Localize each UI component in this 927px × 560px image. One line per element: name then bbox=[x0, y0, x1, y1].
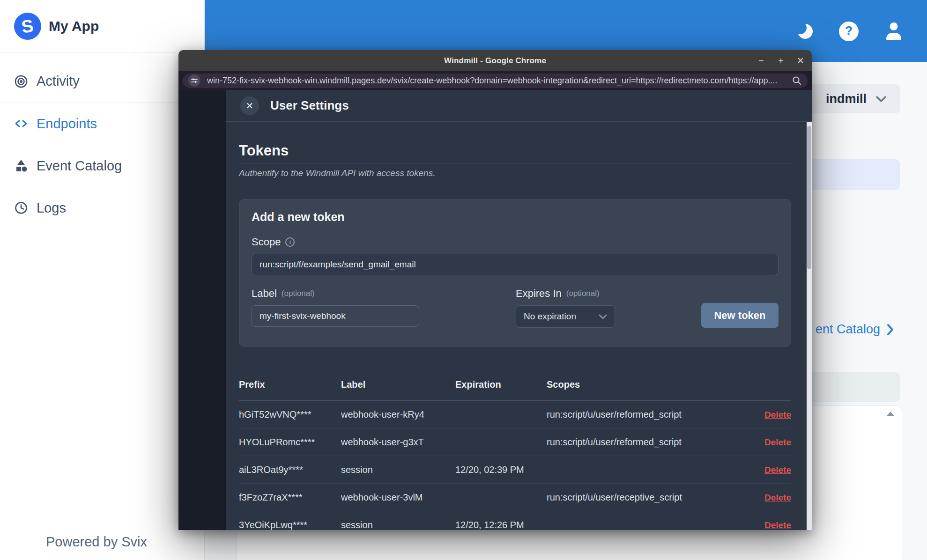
table-row: 3YeOiKpLwq**** session 12/20, 12:26 PM D… bbox=[239, 511, 791, 530]
chrome-window: Windmill - Google Chrome − + ✕ win-752-f… bbox=[178, 50, 812, 530]
sidebar-item-label: Endpoints bbox=[37, 116, 97, 132]
sidebar-item-label: Logs bbox=[37, 200, 66, 216]
window-maximize-button[interactable]: + bbox=[776, 56, 786, 66]
token-prefix: HYOLuPRomc**** bbox=[239, 437, 341, 448]
modal-scrollbar[interactable] bbox=[807, 122, 812, 530]
label-input[interactable] bbox=[252, 305, 419, 327]
token-label: session bbox=[341, 520, 455, 531]
scroll-up-arrow-icon[interactable] bbox=[887, 412, 894, 416]
address-bar[interactable]: win-752-fix-svix-webhook-win.windmill.pa… bbox=[183, 74, 808, 88]
event-catalog-shapes-icon bbox=[13, 158, 29, 174]
chevron-down-icon bbox=[876, 96, 886, 102]
dark-mode-moon-icon[interactable] bbox=[798, 24, 813, 39]
modal-header: ✕ User Settings bbox=[226, 90, 812, 122]
windmill-sidebar-strip bbox=[178, 90, 226, 530]
expiration-selected-value: No expiration bbox=[524, 311, 576, 322]
logs-history-icon bbox=[13, 200, 29, 216]
event-catalog-link[interactable]: ent Catalog bbox=[816, 322, 894, 337]
table-row: f3FzoZ7raX**** webhook-user-3vlM run:scr… bbox=[239, 484, 791, 511]
sidebar-item-endpoints[interactable]: Endpoints bbox=[0, 103, 204, 145]
table-row: hGiT52wVNQ**** webhook-user-kRy4 run:scr… bbox=[239, 401, 791, 428]
scrollbar-thumb[interactable] bbox=[807, 126, 811, 269]
chrome-titlebar[interactable]: Windmill - Google Chrome − + ✕ bbox=[178, 50, 812, 71]
delete-token-link[interactable]: Delete bbox=[764, 410, 791, 420]
workspace-dropdown-label: indmill bbox=[826, 92, 867, 106]
zoom-search-icon[interactable] bbox=[792, 75, 802, 86]
token-prefix: aiL3ROat9y**** bbox=[239, 464, 341, 475]
tune-icon[interactable] bbox=[188, 74, 200, 87]
user-settings-modal: ✕ User Settings Tokens Authentify to the… bbox=[226, 90, 812, 530]
info-icon[interactable]: i bbox=[285, 237, 295, 247]
user-profile-icon[interactable] bbox=[885, 22, 903, 40]
sidebar-nav: Activity Endpoints Event Catalog bbox=[0, 53, 204, 229]
tokens-subtitle: Authentify to the Windmill API with acce… bbox=[239, 168, 791, 178]
chevron-down-icon bbox=[599, 314, 607, 319]
sidebar-item-activity[interactable]: Activity bbox=[0, 60, 204, 103]
scope-input[interactable] bbox=[252, 254, 779, 275]
help-icon[interactable]: ? bbox=[839, 22, 859, 41]
table-header-row: Prefix Label Expiration Scopes bbox=[239, 373, 791, 401]
new-token-button[interactable]: New token bbox=[701, 303, 779, 328]
table-row: HYOLuPRomc**** webhook-user-g3xT run:scr… bbox=[239, 428, 791, 456]
chevron-right-icon bbox=[887, 324, 894, 335]
add-token-heading: Add a new token bbox=[252, 210, 779, 224]
tokens-table: Prefix Label Expiration Scopes hGiT52wVN… bbox=[239, 373, 791, 530]
tokens-heading: Tokens bbox=[239, 142, 791, 163]
token-label: session bbox=[341, 464, 455, 475]
table-row: aiL3ROat9y**** session 12/20, 02:39 PM D… bbox=[239, 456, 791, 484]
col-header-scopes: Scopes bbox=[547, 379, 744, 390]
token-expiration: 12/20, 02:39 PM bbox=[455, 464, 547, 475]
sidebar-item-label: Activity bbox=[37, 74, 80, 89]
sidebar-item-label: Event Catalog bbox=[37, 158, 122, 174]
token-prefix: hGiT52wVNQ**** bbox=[239, 409, 341, 420]
token-prefix: f3FzoZ7raX**** bbox=[239, 492, 341, 503]
powered-by-svix: Powered by Svix bbox=[46, 534, 147, 550]
close-icon[interactable]: ✕ bbox=[240, 96, 259, 115]
col-header-label: Label bbox=[341, 379, 455, 390]
token-scopes: run:script/u/user/reformed_script bbox=[547, 437, 744, 448]
token-scopes: run:script/u/user/receptive_script bbox=[547, 492, 744, 503]
endpoints-code-icon bbox=[13, 116, 29, 132]
token-label: webhook-user-3vlM bbox=[341, 492, 455, 503]
sidebar: S My App Activity Endpoints bbox=[0, 0, 205, 560]
token-prefix: 3YeOiKpLwq**** bbox=[239, 520, 341, 531]
scope-label: Scope bbox=[252, 236, 281, 248]
col-header-expiration: Expiration bbox=[455, 379, 547, 390]
add-token-card: Add a new token Scope i Label (optiona bbox=[239, 199, 791, 346]
expires-optional-hint: (optional) bbox=[566, 289, 600, 298]
window-title: Windmill - Google Chrome bbox=[444, 56, 546, 66]
delete-token-link[interactable]: Delete bbox=[764, 465, 791, 475]
token-label: webhook-user-kRy4 bbox=[341, 409, 455, 420]
token-label: webhook-user-g3xT bbox=[341, 437, 455, 448]
token-scopes: run:script/u/user/reformed_script bbox=[547, 409, 744, 420]
window-minimize-button[interactable]: − bbox=[756, 56, 766, 66]
url-text: win-752-fix-svix-webhook-win.windmill.pa… bbox=[207, 76, 785, 86]
modal-title: User Settings bbox=[270, 98, 349, 113]
chrome-urlbar: win-752-fix-svix-webhook-win.windmill.pa… bbox=[178, 71, 812, 90]
activity-target-icon bbox=[13, 74, 29, 89]
delete-token-link[interactable]: Delete bbox=[764, 437, 791, 447]
label-optional-hint: (optional) bbox=[282, 289, 315, 298]
delete-token-link[interactable]: Delete bbox=[764, 520, 791, 530]
window-close-button[interactable]: ✕ bbox=[796, 55, 805, 66]
event-catalog-link-label: ent Catalog bbox=[816, 322, 880, 337]
sidebar-item-logs[interactable]: Logs bbox=[0, 187, 204, 229]
app-title: My App bbox=[49, 18, 99, 34]
sidebar-item-event-catalog[interactable]: Event Catalog bbox=[0, 145, 204, 187]
label-label: Label bbox=[252, 287, 277, 300]
delete-token-link[interactable]: Delete bbox=[764, 493, 791, 502]
col-header-prefix: Prefix bbox=[239, 379, 341, 390]
token-expiration: 12/20, 12:26 PM bbox=[455, 520, 547, 531]
expiration-select[interactable]: No expiration bbox=[516, 305, 615, 328]
expires-in-label: Expires In bbox=[516, 287, 562, 300]
app-brand: S My App bbox=[0, 0, 204, 53]
svix-logo-icon: S bbox=[14, 13, 41, 40]
